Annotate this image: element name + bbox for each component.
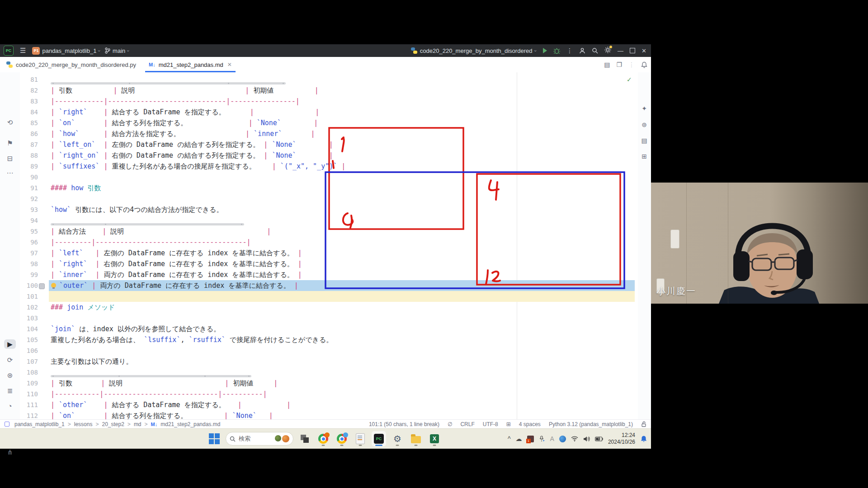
line-content[interactable]: 主要な引数は以下の通り。 <box>49 356 635 367</box>
taskbar-app-snipping[interactable] <box>297 431 312 446</box>
line-number[interactable]: 101 <box>20 291 49 302</box>
line-content[interactable]: | `other` | 結合する DataFrame を指定する。 | | <box>49 399 635 410</box>
line-number[interactable]: 88 <box>20 150 49 161</box>
line-content[interactable] <box>49 313 635 324</box>
line-number[interactable]: 87 <box>20 139 49 150</box>
line-content[interactable] <box>49 74 635 85</box>
line-number[interactable]: 98 <box>20 258 49 269</box>
line-content[interactable] <box>49 291 635 302</box>
line-number[interactable]: 109 <box>20 378 49 389</box>
line-number[interactable]: 99 <box>20 269 49 280</box>
gradle-icon[interactable]: ⊚ <box>638 121 651 128</box>
line-number[interactable]: 112 <box>20 410 49 419</box>
editor-line[interactable]: 81 <box>20 74 638 85</box>
editor-line[interactable]: 92 <box>20 193 638 204</box>
line-number[interactable]: 94 <box>20 215 49 226</box>
plugins-icon[interactable]: ⊞ <box>638 153 651 160</box>
editor-line[interactable]: 93`how` 引数には、以下の4つの結合方法が指定できる。 <box>20 204 638 215</box>
tab-code20-py[interactable]: code20_220_merge_by_month_disordered.py <box>0 57 142 72</box>
line-number[interactable]: 103 <box>20 313 49 324</box>
profiler-icon[interactable]: ◔ <box>0 402 20 410</box>
line-number[interactable]: 110 <box>20 389 49 399</box>
taskbar-app-chrome-profile1[interactable] <box>316 431 330 446</box>
window-minimize-button[interactable]: — <box>618 47 623 54</box>
editor-line[interactable]: 98| `right` | 右側の DataFrame に存在する index … <box>20 258 638 269</box>
line-content[interactable]: `outer` | 両方の DataFrame に存在する index を基準に… <box>49 280 635 291</box>
line-number[interactable]: 83 <box>20 96 49 107</box>
line-number[interactable]: 107 <box>20 356 49 367</box>
taskbar-app-explorer[interactable] <box>409 431 423 446</box>
line-content[interactable]: #### how 引数 <box>49 183 635 193</box>
wifi-icon[interactable] <box>571 436 578 441</box>
highlighting-level-icon[interactable]: ∅ <box>448 421 452 427</box>
encoding-widget[interactable]: UTF-8 <box>483 421 498 427</box>
line-content[interactable]: | `left_on` | 左側の DataFrame の結合する列を指定する。… <box>49 139 635 150</box>
editor-line[interactable]: 108 <box>20 367 638 378</box>
editor-line[interactable]: 109| 引数 | 説明 | 初期値 | <box>20 378 638 389</box>
taskbar-app-excel[interactable]: X <box>427 431 442 446</box>
line-content[interactable] <box>49 345 635 356</box>
editor-line[interactable]: 90 <box>20 172 638 183</box>
taskbar-search-box[interactable]: 検索 <box>226 432 293 446</box>
intention-bulb-icon[interactable] <box>51 283 57 289</box>
pycharm-logo-icon[interactable]: PC <box>4 46 14 56</box>
taskbar-app-pycharm[interactable]: PC <box>372 431 386 446</box>
editor-line[interactable]: 91#### how 引数 <box>20 183 638 193</box>
taskbar-app-chrome-profile2[interactable] <box>335 431 349 446</box>
commit-icon[interactable]: ⟲ <box>0 118 20 127</box>
editor-line[interactable]: 84| `right` | 結合する DataFrame を指定する。 | | <box>20 107 638 117</box>
editor-line[interactable]: 88| `right_on` | 右側の DataFrame の結合する列を指定… <box>20 150 638 161</box>
line-content[interactable]: | 引数 | 説明 | 初期値 | <box>49 85 635 96</box>
voice-input-mic-icon[interactable] <box>539 436 545 442</box>
line-number[interactable]: 90 <box>20 172 49 183</box>
editor-line[interactable]: 112| `on` | 結合する列を指定する。 | `None` | <box>20 410 638 419</box>
line-number[interactable]: 86 <box>20 128 49 139</box>
indent-widget[interactable]: 4 spaces <box>519 421 541 427</box>
editor-line[interactable]: 99| `inner` | 両方の DataFrame に存在する index … <box>20 269 638 280</box>
line-number[interactable]: 91 <box>20 183 49 193</box>
line-number[interactable]: 100 <box>20 280 49 291</box>
editor-layout-icon[interactable]: ▤ <box>604 61 610 68</box>
breadcrumb-item[interactable]: lessons <box>74 421 93 427</box>
line-content[interactable]: | 引数 | 説明 | 初期値 | <box>49 378 635 389</box>
line-content[interactable]: | `on` | 結合する列を指定する。 | `None` | <box>49 117 635 128</box>
line-content[interactable] <box>49 367 635 378</box>
more-actions-icon[interactable]: ⋮ <box>566 47 573 54</box>
breadcrumb-item[interactable]: pandas_matplotlib_1 <box>14 421 65 427</box>
settings-icon[interactable] <box>604 47 611 55</box>
bookmarks-icon[interactable]: ⚑ <box>0 139 20 147</box>
line-number[interactable]: 102 <box>20 302 49 313</box>
main-menu-icon[interactable]: ☰ <box>18 47 28 55</box>
taskbar-app-notepad[interactable] <box>353 431 368 446</box>
window-maximize-button[interactable] <box>630 48 635 53</box>
tray-blue-app-icon[interactable] <box>559 436 566 442</box>
line-content[interactable]: 重複した列名がある場合は、 `lsuffix`, `rsuffix` で接尾辞を… <box>49 334 635 345</box>
more-tools-icon[interactable]: ⋯ <box>0 169 20 177</box>
battery-icon[interactable] <box>595 436 603 441</box>
line-number[interactable]: 105 <box>20 334 49 345</box>
editor-line[interactable]: 85| `on` | 結合する列を指定する。 | `None` | <box>20 117 638 128</box>
line-content[interactable]: | `how` | 結合方法を指定する。 | `inner` | <box>49 128 635 139</box>
breadcrumb[interactable]: pandas_matplotlib_1>lessons>20_step2>md>… <box>5 421 220 427</box>
line-content[interactable]: | `suffixes` | 重複した列名がある場合の接尾辞を指定する。 | `… <box>49 161 635 172</box>
editor-line[interactable]: 106 <box>20 345 638 356</box>
line-number[interactable]: 106 <box>20 345 49 356</box>
line-content[interactable]: | `inner` | 両方の DataFrame に存在する index を基… <box>49 269 635 280</box>
run-button[interactable] <box>543 48 547 53</box>
editor-line[interactable]: 96|---------|---------------------------… <box>20 237 638 248</box>
editor-line[interactable]: 94 <box>20 215 638 226</box>
tab-options-icon[interactable]: ⋮ <box>628 61 635 68</box>
split-editor-icon[interactable]: ❐ <box>616 61 622 68</box>
caret-position-widget[interactable]: 101:1 (50 chars, 1 line break) <box>369 421 439 427</box>
run-configuration-selector[interactable]: code20_220_merge_by_month_disordered › <box>411 47 537 54</box>
editor-line[interactable]: 104`join` は、index 以外の列を参照して結合できる。 <box>20 324 638 334</box>
line-content[interactable] <box>49 172 635 183</box>
grid-widget-icon[interactable]: ⊞ <box>506 421 511 427</box>
version-control-icon[interactable]: ⋔ <box>0 448 20 456</box>
branch-selector[interactable]: main › <box>105 47 129 54</box>
editor-line[interactable]: 101 <box>20 291 638 302</box>
editor-line[interactable]: 89| `suffixes` | 重複した列名がある場合の接尾辞を指定する。 |… <box>20 161 638 172</box>
gutter-marker-icon[interactable] <box>39 283 45 289</box>
unlocked-padlock-icon[interactable] <box>641 421 646 427</box>
speaker-icon[interactable] <box>583 436 590 442</box>
